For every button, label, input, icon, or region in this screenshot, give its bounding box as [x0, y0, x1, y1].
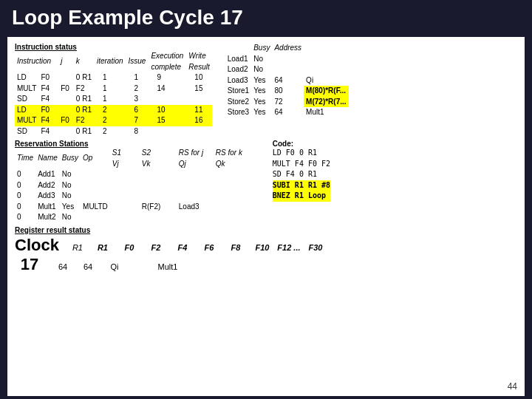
- col-exec: Executioncomplete: [148, 51, 185, 72]
- col-k: k: [72, 51, 94, 72]
- table-row: Load2No: [225, 64, 349, 75]
- table-row: MULTF4F0F2271516: [15, 115, 212, 126]
- page-number: 44: [508, 381, 517, 392]
- col-iteration: iteration: [94, 51, 126, 72]
- table-row: 0Add3No: [15, 191, 250, 202]
- col-instruction: Instruction: [15, 51, 56, 72]
- table-row: LDF00 R1261011: [15, 105, 212, 116]
- table-row: 0Mult2No: [15, 212, 250, 223]
- code-panel: Code: LD F0 0 R1MULT F4 F0 F2SD F4 0 R1S…: [273, 140, 330, 202]
- table-row: 0Mult1YesMULTDR(F2)Load3: [15, 202, 250, 213]
- col-issue: Issue: [126, 51, 149, 72]
- col-write: WriteResult: [185, 51, 211, 72]
- table-row: SDF40 R128: [15, 126, 212, 137]
- page-title: Loop Example Cycle 17: [0, 0, 532, 34]
- register-result-status-panel: Register result status Clock R1R1F0F2F4F…: [15, 226, 517, 274]
- table-row: 0Add1No: [15, 169, 250, 180]
- code-lines: LD F0 0 R1MULT F4 F0 F2SD F4 0 R1SUBI R1…: [273, 148, 330, 202]
- main-content: Instruction status Instruction j k itera…: [7, 37, 525, 396]
- clock-value: 17: [21, 255, 38, 274]
- table-row: Store2Yes72M(72)*R(7...: [225, 97, 349, 108]
- table-row: Store3Yes64Mult1: [225, 107, 349, 118]
- reg-headers: R1R1F0F2F4F6F8F10F12 ...F30: [66, 243, 328, 252]
- table-row: LDF00 R111910: [15, 72, 212, 83]
- col-j: j: [56, 51, 72, 72]
- reg-status-label: Register result status: [15, 226, 517, 234]
- table-row: MULTF4F0F2121415: [15, 83, 212, 95]
- reservation-stations-panel: Reservation Stations Time Name Busy Op S…: [15, 140, 517, 223]
- col-address: Address: [272, 43, 304, 54]
- instruction-status-table: Instruction j k iteration Issue Executio…: [15, 51, 212, 137]
- table-row: Load3Yes64Qi: [225, 75, 349, 86]
- table-row: Store1Yes80M(80)*R(F...: [225, 86, 349, 97]
- table-row: SDF40 R113: [15, 94, 212, 105]
- rs-table: Time Name Busy Op S1Vj S2Vk RS for jQj R…: [15, 148, 250, 223]
- instruction-status-label: Instruction status: [15, 43, 212, 51]
- instruction-status-panel: Instruction status Instruction j k itera…: [15, 43, 212, 137]
- code-label: Code:: [273, 140, 330, 148]
- col-busy: Busy: [251, 43, 272, 54]
- functional-units-table: Busy Address Load1NoLoad2NoLoad3Yes64QiS…: [225, 43, 349, 118]
- clock-label-big: Clock: [15, 236, 59, 255]
- rs-label: Reservation Stations: [15, 140, 250, 148]
- table-row: Load1No: [225, 54, 349, 65]
- table-row: 0Add2No: [15, 180, 250, 191]
- functional-units-panel: Busy Address Load1NoLoad2NoLoad3Yes64QiS…: [225, 43, 349, 118]
- reg-values: 6464QiMult1: [52, 262, 313, 271]
